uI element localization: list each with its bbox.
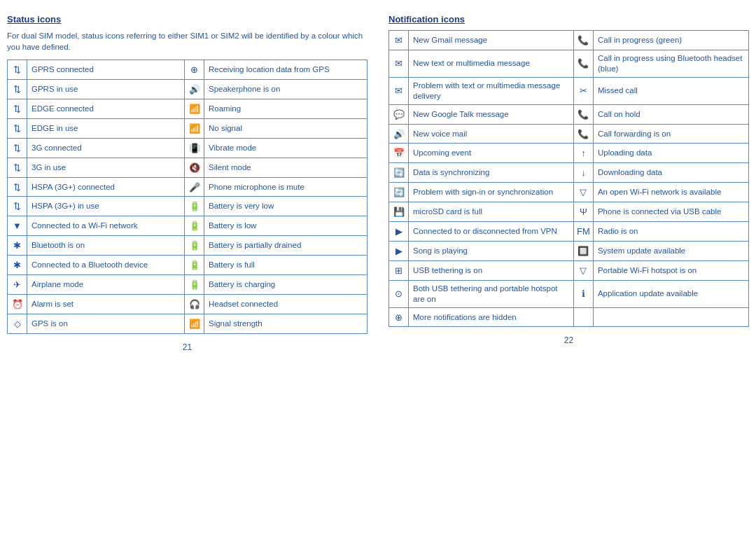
notification-label: Problem with text or multimedia message … <box>409 77 574 104</box>
notification-label: Both USB tethering and portable hotspot … <box>409 280 574 307</box>
notification-icon: ▶ <box>389 241 409 260</box>
status-icon: ⇅ <box>8 80 27 99</box>
status-label: Connected to a Wi-Fi network <box>27 216 185 236</box>
status-icon: ✱ <box>8 256 27 275</box>
status-icons-section: Status icons For dual SIM model, status … <box>7 14 368 352</box>
notification-label: Problem with sign-in or synchronization <box>409 183 574 202</box>
status-label: Battery is low <box>204 216 368 236</box>
notification-icon: ▽ <box>573 183 593 202</box>
status-icon: ⇅ <box>8 177 27 197</box>
status-label: GPRS connected <box>27 60 185 80</box>
status-icon: ⏰ <box>8 294 27 314</box>
notification-icon: ✂ <box>573 77 593 104</box>
notification-label: Radio is on <box>593 221 748 241</box>
status-icon: 📶 <box>185 99 204 118</box>
status-icon: 🎤 <box>185 177 204 197</box>
status-icon: 🔇 <box>185 158 204 177</box>
notification-label: Song is playing <box>409 241 574 260</box>
notification-icon: ✉ <box>389 77 409 104</box>
notification-label: Call in progress (green) <box>593 31 748 50</box>
notification-icon: 🔄 <box>389 183 409 202</box>
status-label: Bluetooth is on <box>27 236 185 256</box>
status-label: Battery is very low <box>204 197 368 216</box>
notification-icons-title: Notification icons <box>388 14 749 25</box>
status-label: Speakerphone is on <box>204 80 368 99</box>
notification-label: Call on hold <box>593 104 748 124</box>
status-icon: ✱ <box>8 236 27 256</box>
left-page-number: 21 <box>7 342 368 352</box>
notification-label: Application update available <box>593 280 748 307</box>
status-label: Connected to a Bluetooth device <box>27 256 185 275</box>
status-icon: ⇅ <box>8 197 27 216</box>
status-label: Roaming <box>204 99 368 118</box>
status-icon: 🔋 <box>185 236 204 256</box>
status-icon: ▼ <box>8 216 27 236</box>
notification-icon: ✉ <box>389 50 409 77</box>
notification-label: Call forwarding is on <box>593 124 748 144</box>
status-icon: ⇅ <box>8 158 27 177</box>
status-label: Battery is charging <box>204 274 368 294</box>
status-label: GPRS in use <box>27 80 185 99</box>
status-label: 3G in use <box>27 158 185 177</box>
notification-label: Phone is connected via USB cable <box>593 202 748 222</box>
status-icon: ⇅ <box>8 60 27 80</box>
notification-icon: ✉ <box>389 31 409 50</box>
status-icon: 🔋 <box>185 216 204 236</box>
status-label: Vibrate mode <box>204 138 368 158</box>
notification-label: Uploading data <box>593 144 748 163</box>
status-icon: 🔋 <box>185 197 204 216</box>
notification-label: New voice mail <box>409 124 574 144</box>
notification-icon: 💾 <box>389 202 409 222</box>
status-icons-table: ⇅GPRS connected⊕Receiving location data … <box>7 60 368 333</box>
notification-icon: 💬 <box>389 104 409 124</box>
status-icon: 📶 <box>185 314 204 333</box>
status-label: HSPA (3G+) in use <box>27 197 185 216</box>
status-icon: 🔋 <box>185 274 204 294</box>
notification-icon: 🔲 <box>573 241 593 260</box>
notification-icon: 📞 <box>573 104 593 124</box>
right-page-number: 22 <box>388 335 749 345</box>
notification-icon: 📞 <box>573 50 593 77</box>
notification-label: New Gmail message <box>409 31 574 50</box>
status-icon: ⇅ <box>8 99 27 118</box>
status-icon: 📳 <box>185 138 204 158</box>
notification-label: Connected to or disconnected from VPN <box>409 221 574 241</box>
status-label: Silent mode <box>204 158 368 177</box>
notification-label: USB tethering is on <box>409 260 574 280</box>
notification-icon: 📞 <box>573 124 593 144</box>
notification-label: Portable Wi-Fi hotspot is on <box>593 260 748 280</box>
status-label: Headset connected <box>204 294 368 314</box>
status-icon: 🔋 <box>185 256 204 275</box>
status-icon: ✈ <box>8 274 27 294</box>
notification-icon: ▶ <box>389 221 409 241</box>
notification-icon: 🔄 <box>389 163 409 183</box>
notification-label: microSD card is full <box>409 202 574 222</box>
status-label: EDGE connected <box>27 99 185 118</box>
notification-icon: 🔊 <box>389 124 409 144</box>
notification-icon: ⊞ <box>389 260 409 280</box>
page-container: Status icons For dual SIM model, status … <box>7 14 749 352</box>
status-icon: ◇ <box>8 314 27 333</box>
status-icons-intro: For dual SIM model, status icons referri… <box>7 30 368 53</box>
notification-icons-table: ✉New Gmail message📞Call in progress (gre… <box>388 30 749 327</box>
notification-icon: 📞 <box>573 31 593 50</box>
notification-icon: 📅 <box>389 144 409 163</box>
status-icons-title: Status icons <box>7 14 368 25</box>
status-icon: 🔊 <box>185 80 204 99</box>
notification-label: New text or multimedia message <box>409 50 574 77</box>
notification-label: Missed call <box>593 77 748 104</box>
notification-icons-section: Notification icons ✉New Gmail message📞Ca… <box>388 14 749 352</box>
status-label: Phone microphone is mute <box>204 177 368 197</box>
notification-label: Call in progress using Bluetooth headset… <box>593 50 748 77</box>
notification-label: New Google Talk message <box>409 104 574 124</box>
notification-label: Downloading data <box>593 163 748 183</box>
notification-icon: ↑ <box>573 144 593 163</box>
notification-label: System update available <box>593 241 748 260</box>
status-label: HSPA (3G+) connected <box>27 177 185 197</box>
notification-icon: ↓ <box>573 163 593 183</box>
notification-icon: FM <box>573 221 593 241</box>
notification-icon: Ψ <box>573 202 593 222</box>
status-label: Signal strength <box>204 314 368 333</box>
status-label: No signal <box>204 118 368 138</box>
notification-label <box>593 307 748 327</box>
